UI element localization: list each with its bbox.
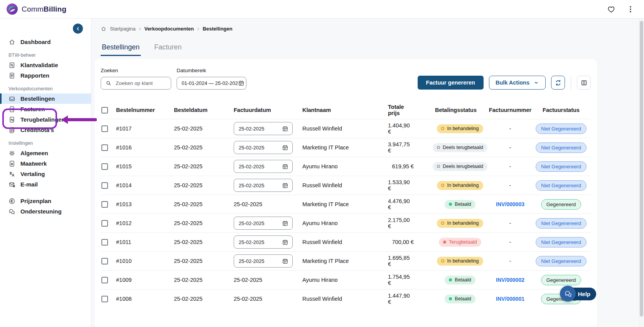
kebab-menu-icon[interactable]: [626, 5, 635, 14]
order-date: 25-02-2025: [174, 258, 234, 264]
sidebar-gap: [0, 190, 91, 196]
sidebar-item-creditnota-s[interactable]: Creditnota's: [0, 125, 91, 135]
sidebar-section-label: Verkoopdocumenten: [0, 86, 91, 91]
total-price: 1.533,90 €: [388, 179, 431, 191]
status-dot-icon: [441, 184, 444, 187]
order-number: #1013: [116, 201, 174, 207]
invoice-date-input[interactable]: 25-02-2025: [234, 160, 293, 173]
customer-name: Ayumu Hirano: [302, 277, 388, 283]
customer-name: Russell Winfield: [302, 296, 388, 302]
customer-name: Ayumu Hirano: [302, 163, 388, 169]
sidebar-item-vertaling[interactable]: Vertaling: [0, 169, 91, 179]
status-dot-icon: [437, 146, 440, 149]
payment-status-label: Betaald: [455, 277, 471, 283]
table-row: #101025-02-202525-02-2025Marketing IT Pl…: [101, 251, 591, 270]
inbox-icon: [8, 95, 15, 102]
sidebar-item-rapporten[interactable]: Rapporten: [0, 70, 91, 81]
invoice-date-input[interactable]: 25-02-2025: [234, 141, 293, 154]
row-checkbox[interactable]: [101, 296, 108, 302]
order-date: 25-02-2025: [174, 201, 234, 207]
sidebar-item-facturen[interactable]: Facturen: [0, 104, 91, 114]
calendar-icon: [282, 125, 288, 132]
row-checkbox[interactable]: [101, 125, 108, 132]
sidebar-item-algemeen[interactable]: Algemeen: [0, 148, 91, 158]
help-label: Help: [578, 291, 590, 297]
date-range-input[interactable]: 01-01-2024 — 25-02-202: [177, 77, 246, 90]
invoice-link[interactable]: INV/000003: [496, 201, 524, 207]
search-icon: [106, 80, 112, 86]
sidebar-item-label: Facturen: [20, 106, 45, 112]
tab-facturen[interactable]: Facturen: [153, 43, 183, 56]
payment-status-badge: Betaald: [445, 276, 475, 285]
gear-icon: [8, 150, 15, 157]
sidebar-item-terugbetalingen[interactable]: Terugbetalingen: [0, 114, 91, 125]
row-checkbox[interactable]: [101, 201, 108, 208]
invoice-status-cell: Niet Gegenereerd: [531, 218, 591, 229]
row-checkbox[interactable]: [101, 239, 108, 246]
sidebar-item-bestellingen[interactable]: Bestellingen: [0, 93, 91, 104]
payment-status-cell: Deels terugbetaald: [431, 162, 489, 171]
invoice-number-cell: -: [489, 239, 531, 245]
total-price: 3.947,75 €: [388, 141, 431, 154]
favorites-heart-icon[interactable]: [607, 5, 615, 14]
invoice-date-input[interactable]: 25-02-2025: [234, 254, 293, 268]
row-checkbox[interactable]: [101, 163, 108, 170]
breadcrumb-item-bestellingen[interactable]: Bestellingen: [202, 26, 232, 32]
payment-status-badge: In behandeling: [437, 219, 483, 228]
refresh-button[interactable]: [551, 76, 565, 90]
percent-doc-icon: [8, 62, 15, 69]
row-checkbox[interactable]: [101, 220, 108, 227]
help-chat-bubble[interactable]: [560, 286, 576, 302]
table-row: #101425-02-202525-02-2025Russell Winfiel…: [101, 176, 591, 195]
total-price: 4.476,90 €: [388, 198, 431, 210]
sidebar-collapse-button[interactable]: [73, 24, 83, 34]
col-klantnaam: Klantnaam: [302, 107, 388, 113]
sidebar-item-ondersteuning[interactable]: Ondersteuning: [0, 206, 91, 217]
breadcrumb-item-verkoopdocumenten[interactable]: Verkoopdocumenten: [144, 26, 194, 32]
payment-status-label: In behandeling: [447, 183, 479, 188]
checkbox-cell: [101, 163, 116, 170]
breadcrumb-item-startpagina[interactable]: Startpagina: [110, 26, 136, 32]
chevron-down-icon: [533, 80, 539, 86]
sidebar-item-label: Ondersteuning: [20, 208, 62, 215]
row-checkbox[interactable]: [101, 182, 108, 189]
order-date: 25-02-2025: [174, 182, 234, 188]
invoice-date-input[interactable]: 25-02-2025: [234, 179, 293, 192]
payment-status-label: Betaald: [455, 202, 471, 207]
table-header: Bestelnummer Besteldatum Factuurdatum Kl…: [101, 101, 591, 119]
row-checkbox[interactable]: [101, 258, 108, 264]
invoice-date-input[interactable]: 25-02-2025: [234, 217, 293, 230]
sidebar-item-maatwerk[interactable]: Maatwerk: [0, 158, 91, 169]
bulk-actions-button[interactable]: Bulk Actions: [489, 76, 546, 90]
breadcrumb: Startpagina › Verkoopdocumenten › Bestel…: [101, 25, 644, 32]
table-row: #101525-02-202525-02-2025Ayumu Hirano619…: [101, 157, 591, 176]
checkbox-cell: [101, 201, 116, 208]
invoice-link[interactable]: INV/000001: [496, 296, 524, 302]
order-date: 25-02-2025: [174, 144, 234, 151]
sidebar-item-dashboard[interactable]: Dashboard: [0, 37, 91, 47]
select-all-checkbox[interactable]: [101, 107, 108, 114]
payment-status-cell: Deels terugbetaald: [431, 143, 489, 152]
order-number: #1016: [116, 144, 174, 151]
invoice-date-input[interactable]: 25-02-2025: [234, 122, 293, 135]
sidebar-item-e-mail[interactable]: E-mail: [0, 179, 91, 190]
invoice-link[interactable]: INV/000002: [496, 277, 524, 283]
columns-button[interactable]: [577, 76, 591, 90]
date-range-field: Datumbereik 01-01-2024 — 25-02-202: [177, 68, 246, 90]
status-dot-icon: [441, 127, 444, 130]
sidebar-item-label: Vertaling: [20, 171, 45, 177]
date-range-label: Datumbereik: [177, 68, 246, 73]
invoice-date-input[interactable]: 25-02-2025: [234, 236, 293, 249]
sidebar-item-prijzenplan[interactable]: Prijzenplan: [0, 196, 91, 206]
payment-status-cell: In behandeling: [431, 257, 489, 266]
page-scrollbar-thumb[interactable]: [640, 21, 643, 317]
row-checkbox[interactable]: [101, 277, 108, 283]
row-checkbox[interactable]: [101, 144, 108, 151]
search-input[interactable]: [115, 80, 167, 86]
generate-invoice-button[interactable]: Factuur genereren: [418, 76, 484, 90]
tab-bestellingen[interactable]: Bestellingen: [101, 43, 141, 56]
status-dot-icon: [437, 165, 440, 168]
sidebar: DashboardBTW-beheerKlantvalidatieRapport…: [0, 19, 91, 327]
sidebar-item-klantvalidatie[interactable]: Klantvalidatie: [0, 60, 91, 70]
invoice-date-value: 25-02-2025: [239, 220, 265, 226]
